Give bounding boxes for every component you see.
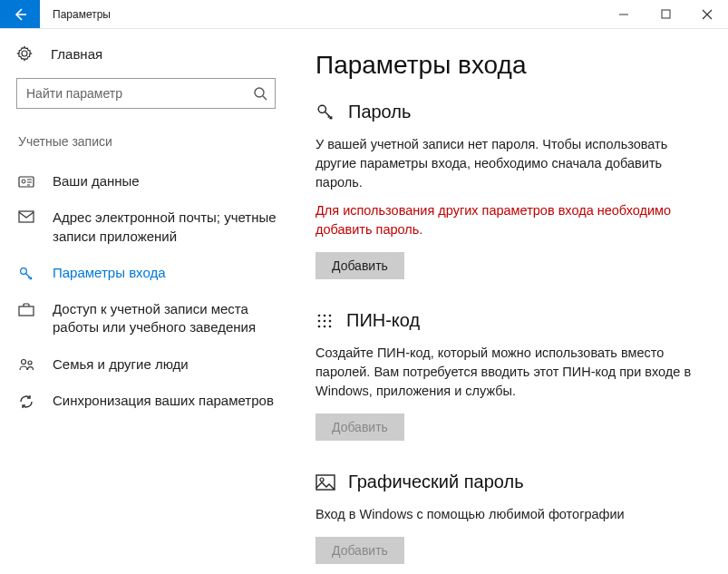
window-title: Параметры xyxy=(40,0,123,28)
section-heading: Графический пароль xyxy=(348,472,524,492)
key-icon xyxy=(315,102,335,122)
sidebar: Главная Учетные записи Ваши данные Адрес… xyxy=(0,29,299,574)
titlebar: Параметры xyxy=(0,0,728,29)
nav-home-label: Главная xyxy=(51,46,102,62)
svg-point-7 xyxy=(22,359,26,364)
section-password: Пароль У вашей учетной записи нет пароля… xyxy=(315,102,703,279)
add-pin-button[interactable]: Добавить xyxy=(315,413,404,441)
nav-item-family[interactable]: Семья и другие люди xyxy=(16,346,288,383)
keypad-icon xyxy=(315,312,334,330)
sync-icon xyxy=(18,392,34,410)
briefcase-icon xyxy=(18,300,34,316)
nav-item-label: Адрес электронной почты; учетные записи … xyxy=(53,209,285,246)
svg-point-3 xyxy=(22,180,25,183)
svg-point-17 xyxy=(324,325,326,327)
nav-item-sync[interactable]: Синхронизация ваших параметров xyxy=(16,383,288,419)
minimize-icon xyxy=(618,9,629,20)
nav-list: Ваши данные Адрес электронной почты; уче… xyxy=(16,163,290,419)
svg-rect-4 xyxy=(19,211,34,222)
search-input[interactable] xyxy=(26,86,253,101)
svg-point-15 xyxy=(329,319,332,322)
svg-point-16 xyxy=(318,325,321,327)
id-card-icon xyxy=(18,172,34,189)
picture-icon xyxy=(315,474,335,491)
key-icon xyxy=(18,264,34,282)
nav-item-label: Доступ к учетной записи места работы или… xyxy=(53,300,285,337)
maximize-icon xyxy=(661,9,671,19)
add-password-button[interactable]: Добавить xyxy=(315,252,404,279)
search-icon xyxy=(253,86,267,101)
page-title: Параметры входа xyxy=(315,51,703,80)
section-description: Создайте ПИН-код, который можно использо… xyxy=(315,344,703,401)
nav-item-label: Семья и другие люди xyxy=(53,355,285,374)
nav-home[interactable]: Главная xyxy=(16,45,290,62)
add-picture-password-button[interactable]: Добавить xyxy=(315,537,404,564)
svg-point-18 xyxy=(329,325,332,327)
svg-point-13 xyxy=(318,319,321,322)
section-heading: ПИН-код xyxy=(346,310,420,331)
content: Параметры входа Пароль У вашей учетной з… xyxy=(299,29,728,574)
section-description: Вход в Windows с помощью любимой фотогра… xyxy=(315,505,703,524)
back-button[interactable] xyxy=(0,0,40,28)
nav-item-email-accounts[interactable]: Адрес электронной почты; учетные записи … xyxy=(16,199,288,255)
close-icon xyxy=(702,9,713,20)
nav-item-your-info[interactable]: Ваши данные xyxy=(16,163,288,199)
section-description: У вашей учетной записи нет пароля. Чтобы… xyxy=(315,135,703,192)
section-heading: Пароль xyxy=(348,102,411,122)
svg-point-1 xyxy=(255,88,264,97)
svg-point-10 xyxy=(318,314,321,316)
svg-point-11 xyxy=(324,314,326,316)
people-icon xyxy=(18,355,34,372)
nav-item-label: Синхронизация ваших параметров xyxy=(53,392,285,410)
nav-item-label: Ваши данные xyxy=(53,172,285,190)
svg-point-12 xyxy=(329,314,332,316)
section-pin: ПИН-код Создайте ПИН-код, который можно … xyxy=(315,310,703,441)
svg-point-20 xyxy=(320,478,324,482)
search-box[interactable] xyxy=(16,78,276,109)
mail-icon xyxy=(18,209,34,223)
maximize-button[interactable] xyxy=(645,0,686,28)
close-button[interactable] xyxy=(686,0,728,28)
section-picture-password: Графический пароль Вход в Windows с помо… xyxy=(315,472,703,564)
nav-item-signin-options[interactable]: Параметры входа xyxy=(16,255,288,291)
svg-rect-0 xyxy=(662,10,670,18)
nav-item-label: Параметры входа xyxy=(53,264,285,282)
svg-point-8 xyxy=(28,361,32,365)
arrow-left-icon xyxy=(13,7,27,22)
svg-point-14 xyxy=(324,319,326,322)
section-warning: Для использования других параметров вход… xyxy=(315,201,703,239)
minimize-button[interactable] xyxy=(603,0,645,28)
nav-item-work-school[interactable]: Доступ к учетной записи места работы или… xyxy=(16,291,288,346)
svg-rect-6 xyxy=(19,306,34,316)
gear-icon xyxy=(16,45,33,62)
sidebar-group-header: Учетные записи xyxy=(16,134,290,149)
